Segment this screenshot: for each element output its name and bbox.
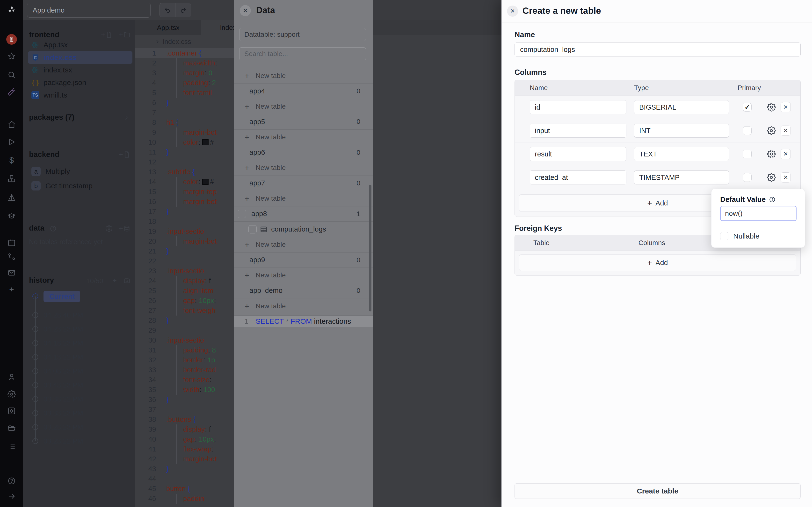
history-timestamp[interactable]: 04:13:22 PM: [44, 353, 83, 361]
search-icon[interactable]: [7, 71, 16, 79]
column-name-input[interactable]: [530, 100, 626, 114]
timeline-node[interactable]: [33, 340, 38, 346]
column-type-input[interactable]: [634, 124, 729, 137]
history-timestamp[interactable]: 04:23:23 PM: [44, 325, 83, 333]
history-timestamp[interactable]: 03:38:22 PM: [44, 395, 83, 403]
packages-chevron-icon[interactable]: [123, 114, 129, 121]
undo-button[interactable]: [160, 3, 175, 17]
backend-add-file-icon[interactable]: +: [119, 151, 130, 158]
timeline-node[interactable]: [33, 410, 38, 416]
user-icon[interactable]: [7, 373, 16, 381]
timeline-node[interactable]: [33, 368, 38, 374]
remove-column-button[interactable]: ✕: [780, 172, 791, 182]
file-item-index-css[interactable]: index.css: [28, 51, 133, 64]
history-timestamp[interactable]: 03:28:23 PM: [44, 423, 83, 431]
remove-column-button[interactable]: ✕: [780, 102, 791, 112]
variables-icon[interactable]: [7, 193, 16, 202]
new-table-button[interactable]: +New table: [234, 68, 373, 83]
help-icon[interactable]: [7, 477, 16, 485]
drawer-close-button[interactable]: ✕: [507, 6, 518, 17]
add-icon[interactable]: +: [7, 285, 16, 293]
timeline-node[interactable]: [33, 354, 38, 360]
history-current-item[interactable]: Current: [44, 291, 80, 302]
data-add-table-icon[interactable]: +: [119, 225, 130, 232]
table-group-app_demo[interactable]: app_demo0: [234, 283, 373, 298]
search-table-input[interactable]: [239, 47, 366, 60]
timeline-node[interactable]: [33, 382, 38, 388]
table-group-app6[interactable]: app60: [234, 145, 373, 160]
column-name-input[interactable]: [530, 170, 626, 184]
table-checkbox[interactable]: [248, 225, 257, 233]
redo-button[interactable]: [175, 3, 191, 17]
column-settings-gear-icon[interactable]: [767, 103, 776, 112]
logs-icon[interactable]: [7, 442, 16, 450]
table-checkbox[interactable]: [238, 210, 246, 218]
timeline-node-current[interactable]: [33, 293, 38, 299]
column-settings-gear-icon[interactable]: [767, 126, 776, 135]
timeline-node[interactable]: [33, 424, 38, 430]
table-group-app9[interactable]: app90: [234, 252, 373, 268]
column-name-input[interactable]: [530, 147, 626, 161]
nullable-checkbox[interactable]: [720, 232, 728, 240]
new-table-button[interactable]: +New table: [234, 191, 373, 207]
sql-editor-line[interactable]: 1 SELECT * FROM interactions: [234, 315, 373, 327]
history-timestamp[interactable]: 03:43:23 PM: [44, 381, 83, 389]
timeline-node[interactable]: [33, 438, 38, 444]
collapse-icon[interactable]: [7, 492, 16, 500]
list-scrollbar[interactable]: [369, 185, 371, 312]
new-table-button[interactable]: +New table: [234, 160, 373, 176]
timeline-node[interactable]: [33, 396, 38, 402]
workspace-avatar[interactable]: [6, 34, 17, 45]
primary-checkbox[interactable]: [743, 126, 752, 135]
table-group-app4[interactable]: app40: [234, 83, 373, 99]
create-table-button[interactable]: Create table: [514, 483, 801, 499]
remove-column-button[interactable]: ✕: [780, 149, 791, 159]
column-type-input[interactable]: [634, 170, 729, 184]
magic-wand-icon[interactable]: [7, 88, 16, 96]
learn-icon[interactable]: [7, 212, 16, 220]
remove-column-button[interactable]: ✕: [780, 125, 791, 136]
backend-item-get-timestamp[interactable]: bGet timestamp: [32, 180, 93, 192]
table-name-input[interactable]: [514, 43, 801, 56]
data-close-button[interactable]: ✕: [240, 5, 251, 16]
new-table-button[interactable]: +New table: [234, 99, 373, 114]
primary-checkbox[interactable]: [743, 173, 752, 182]
folders-icon[interactable]: [7, 425, 16, 433]
column-settings-gear-icon[interactable]: [767, 150, 776, 158]
add-folder-icon[interactable]: +: [119, 32, 130, 38]
new-table-button[interactable]: +New table: [234, 237, 373, 252]
datatable-select[interactable]: Datatable: support: [239, 28, 366, 41]
primary-checkbox[interactable]: [743, 150, 752, 158]
data-settings-icon[interactable]: [106, 225, 112, 232]
add-foreign-key-button[interactable]: +Add: [519, 255, 796, 271]
file-item-package-json[interactable]: { }package.json: [28, 76, 133, 89]
primary-checkbox[interactable]: ✓: [743, 103, 752, 112]
column-settings-gear-icon[interactable]: [767, 173, 776, 182]
file-item-index-tsx[interactable]: index.tsx: [28, 64, 133, 76]
history-timestamp[interactable]: 04:08:23 PM: [44, 367, 83, 375]
home-icon[interactable]: [7, 120, 16, 128]
timeline-node[interactable]: [33, 326, 38, 332]
app-title-input[interactable]: [27, 3, 151, 18]
history-camera-icon[interactable]: [123, 277, 130, 284]
windmill-logo-icon[interactable]: [7, 6, 16, 14]
table-group-app8[interactable]: app81: [234, 206, 373, 222]
file-item-wmill-ts[interactable]: TSwmill.ts: [28, 89, 133, 101]
backend-item-multiply[interactable]: aMultiply: [32, 165, 70, 177]
packages-section-label[interactable]: packages (7): [29, 113, 74, 122]
column-type-input[interactable]: [634, 147, 729, 161]
history-add-icon[interactable]: +: [112, 277, 117, 284]
new-table-button[interactable]: +New table: [234, 129, 373, 145]
default-value-input[interactable]: now(): [720, 206, 797, 221]
mail-icon[interactable]: [7, 269, 16, 277]
data-info-icon[interactable]: [50, 225, 57, 232]
schedules-icon[interactable]: [7, 238, 16, 247]
column-name-input[interactable]: [530, 124, 626, 137]
resources-icon[interactable]: [7, 175, 16, 183]
timeline-node[interactable]: [33, 312, 38, 318]
history-timestamp[interactable]: 03:23:22 PM: [44, 437, 83, 445]
history-timestamp[interactable]: 03:33:23 PM: [44, 409, 83, 417]
settings-icon[interactable]: [7, 390, 16, 398]
flows-icon[interactable]: [7, 252, 16, 261]
subtable-computation_logs[interactable]: computation_logs: [234, 222, 373, 237]
